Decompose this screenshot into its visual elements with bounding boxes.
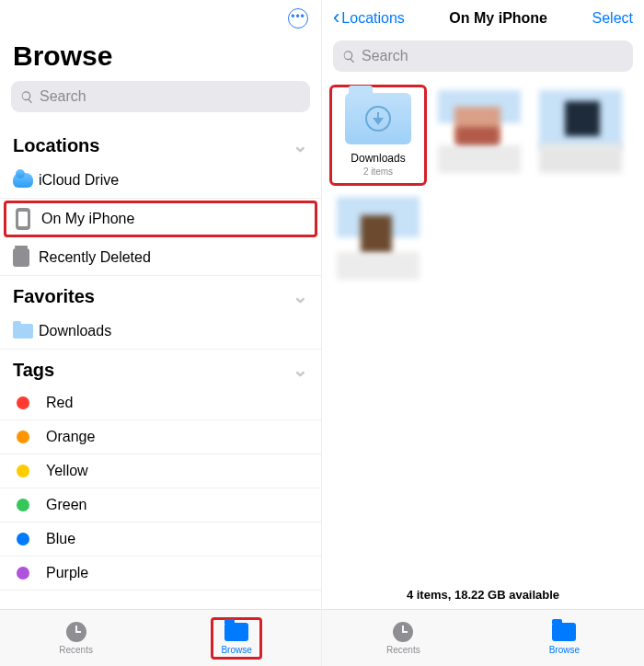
search-icon — [342, 50, 356, 63]
grid-item[interactable] — [329, 191, 427, 293]
favorites-heading: Favorites — [13, 286, 95, 307]
locations-heading-row[interactable]: Locations ⌄ — [0, 125, 321, 162]
folder-icon — [552, 623, 576, 641]
tab-browse[interactable]: Browse — [549, 622, 580, 655]
folder-icon — [224, 623, 248, 641]
blurred-thumbnail — [539, 90, 622, 173]
search-placeholder: Search — [362, 48, 408, 64]
file-grid: Downloads 2 items — [322, 85, 644, 293]
tag-dot-icon — [17, 431, 29, 443]
tab-bar: Recents Browse — [0, 609, 321, 666]
tag-green[interactable]: Green — [0, 488, 321, 522]
back-button[interactable]: ‹ Locations — [333, 6, 405, 30]
favorite-downloads[interactable]: Downloads — [0, 313, 321, 350]
folder-icon — [13, 324, 33, 339]
search-input[interactable]: Search — [333, 40, 633, 72]
page-title: Browse — [0, 37, 321, 81]
tags-heading: Tags — [13, 360, 54, 381]
locations-heading: Locations — [13, 135, 99, 156]
folder-pane: ‹ Locations On My iPhone Select Search D… — [322, 0, 644, 666]
grid-item[interactable] — [431, 85, 528, 186]
location-on-my-iphone[interactable]: On My iPhone — [4, 201, 317, 237]
blurred-thumbnail — [438, 90, 521, 173]
status-bar: 4 items, 18.22 GB available — [322, 588, 644, 602]
tag-orange[interactable]: Orange — [0, 420, 321, 454]
cloud-icon — [13, 173, 33, 188]
search-icon — [20, 90, 34, 104]
tag-dot-icon — [17, 396, 29, 409]
tab-recents[interactable]: Recents — [59, 622, 93, 655]
browse-pane: ••• Browse Search Locations ⌄ iCloud Dri… — [0, 0, 322, 666]
select-button[interactable]: Select — [592, 10, 633, 27]
chevron-down-icon: ⌄ — [293, 285, 308, 307]
tags-heading-row[interactable]: Tags ⌄ — [0, 350, 321, 386]
chevron-left-icon: ‹ — [333, 6, 339, 29]
downloads-folder-icon — [345, 93, 411, 144]
favorites-heading-row[interactable]: Favorites ⌄ — [0, 276, 321, 313]
tag-dot-icon — [17, 533, 29, 545]
chevron-down-icon: ⌄ — [293, 134, 308, 156]
clock-icon — [66, 622, 86, 642]
tag-blue[interactable]: Blue — [0, 522, 321, 557]
phone-icon — [16, 208, 30, 230]
grid-item-downloads[interactable]: Downloads 2 items — [329, 85, 427, 186]
trash-icon — [13, 248, 29, 267]
clock-icon — [393, 622, 413, 642]
search-placeholder: Search — [40, 88, 86, 105]
location-icloud-drive[interactable]: iCloud Drive — [0, 162, 321, 199]
chevron-down-icon: ⌄ — [293, 359, 308, 381]
tag-red[interactable]: Red — [0, 386, 321, 420]
tab-browse[interactable]: Browse — [211, 617, 261, 660]
tab-recents[interactable]: Recents — [386, 622, 420, 655]
folder-title: On My iPhone — [405, 10, 592, 27]
tag-purple[interactable]: Purple — [0, 557, 321, 591]
tag-dot-icon — [17, 465, 29, 477]
location-recently-deleted[interactable]: Recently Deleted — [0, 239, 321, 276]
tab-bar: Recents Browse — [322, 609, 644, 666]
tag-dot-icon — [17, 567, 29, 580]
tag-yellow[interactable]: Yellow — [0, 454, 321, 488]
search-input[interactable]: Search — [11, 81, 310, 112]
more-options-button[interactable]: ••• — [288, 8, 308, 29]
blurred-thumbnail — [337, 197, 420, 280]
tag-dot-icon — [17, 499, 29, 511]
grid-item[interactable] — [532, 85, 629, 186]
